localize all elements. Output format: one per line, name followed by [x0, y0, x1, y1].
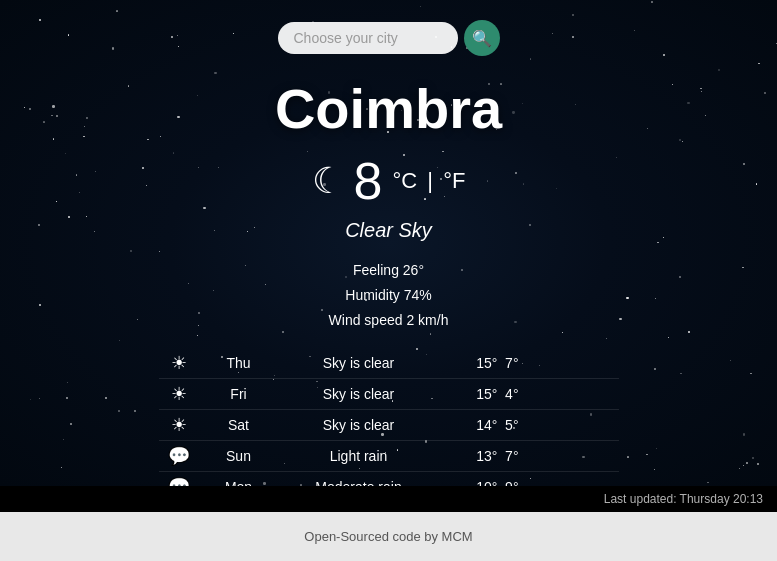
forecast-row: 💬 Mon Moderate rain 10° 9° — [159, 471, 619, 487]
moon-icon: ☾ — [312, 160, 344, 202]
search-input[interactable] — [278, 22, 458, 54]
forecast-day: Sat — [199, 417, 279, 433]
forecast-temperatures: 15° 7° — [439, 355, 519, 371]
weather-condition: Clear Sky — [345, 219, 432, 242]
temperature-value: 8 — [354, 151, 383, 211]
weather-stats: Feeling 26° Humidity 74% Wind speed 2 km… — [329, 258, 449, 334]
forecast-description: Sky is clear — [279, 355, 439, 371]
search-button[interactable]: 🔍 — [464, 20, 500, 56]
forecast-weather-icon: ☀ — [159, 414, 199, 436]
humidity-stat: Humidity 74% — [345, 283, 431, 308]
forecast-temperatures: 14° 5° — [439, 417, 519, 433]
fahrenheit-unit[interactable]: °F — [443, 168, 465, 193]
temperature-units: °C | °F — [393, 168, 466, 194]
celsius-unit[interactable]: °C — [393, 168, 418, 193]
city-name: Coimbra — [275, 76, 502, 141]
forecast-temperatures: 10° 9° — [439, 479, 519, 487]
forecast-row: 💬 Sun Light rain 13° 7° — [159, 440, 619, 471]
forecast-weather-icon: 💬 — [159, 476, 199, 487]
forecast-weather-icon: ☀ — [159, 383, 199, 405]
footer: Open-Sourced code by MCM — [0, 512, 777, 561]
search-icon: 🔍 — [472, 29, 492, 48]
forecast-weather-icon: 💬 — [159, 445, 199, 467]
last-updated-text: Last updated: Thursday 20:13 — [604, 492, 763, 506]
weather-background: 🔍 Coimbra ☾ 8 °C | °F Clear Sky Feeling … — [0, 0, 777, 486]
forecast-description: Sky is clear — [279, 417, 439, 433]
forecast-table: ☀ Thu Sky is clear 15° 7° ☀ Fri Sky is c… — [159, 348, 619, 487]
footer-text: Open-Sourced code by MCM — [304, 529, 472, 544]
wind-speed-stat: Wind speed 2 km/h — [329, 308, 449, 333]
forecast-row: ☀ Thu Sky is clear 15° 7° — [159, 348, 619, 378]
forecast-day: Sun — [199, 448, 279, 464]
forecast-temperatures: 15° 4° — [439, 386, 519, 402]
forecast-description: Light rain — [279, 448, 439, 464]
forecast-row: ☀ Fri Sky is clear 15° 4° — [159, 378, 619, 409]
temperature-row: ☾ 8 °C | °F — [312, 151, 466, 211]
forecast-day: Fri — [199, 386, 279, 402]
units-divider: | — [427, 168, 433, 193]
forecast-row: ☀ Sat Sky is clear 14° 5° — [159, 409, 619, 440]
forecast-weather-icon: ☀ — [159, 352, 199, 374]
search-container: 🔍 — [278, 20, 500, 56]
forecast-day: Mon — [199, 479, 279, 487]
forecast-day: Thu — [199, 355, 279, 371]
forecast-temperatures: 13° 7° — [439, 448, 519, 464]
last-updated-bar: Last updated: Thursday 20:13 — [0, 486, 777, 512]
forecast-description: Moderate rain — [279, 479, 439, 487]
feeling-stat: Feeling 26° — [353, 258, 424, 283]
forecast-description: Sky is clear — [279, 386, 439, 402]
